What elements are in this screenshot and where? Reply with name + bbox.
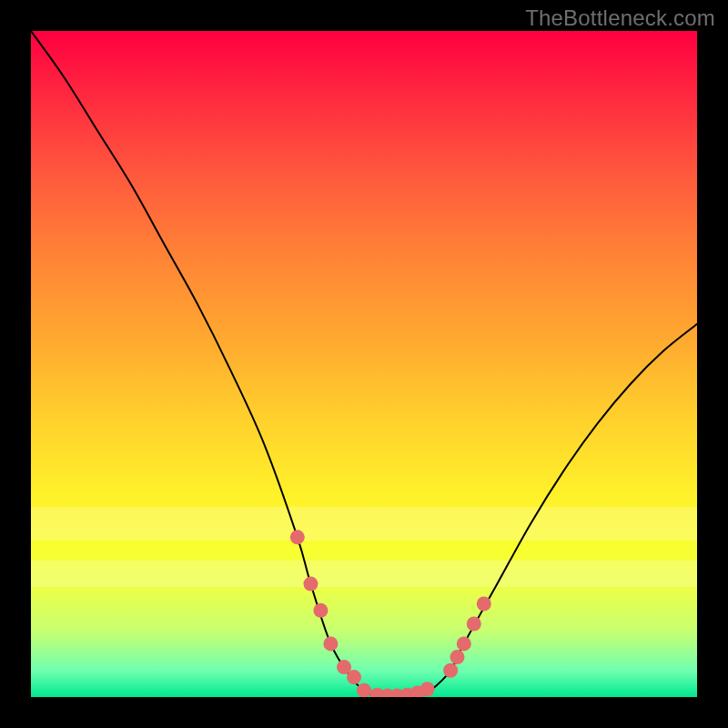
bottleneck-curve (31, 31, 697, 697)
curve-marker (443, 663, 458, 678)
marker-group (290, 530, 491, 697)
curve-marker (477, 597, 491, 612)
plot-area (31, 31, 697, 697)
curve-marker (323, 636, 338, 651)
curve-marker (357, 683, 371, 697)
chart-frame: TheBottleneck.com (0, 0, 728, 728)
curve-marker (303, 577, 318, 592)
curve-marker (347, 670, 361, 684)
curve-layer (31, 31, 697, 697)
curve-marker (313, 603, 328, 618)
curve-marker (450, 650, 464, 664)
curve-marker (420, 682, 435, 696)
curve-marker (467, 616, 481, 631)
curve-marker (457, 636, 471, 651)
watermark-label: TheBottleneck.com (525, 5, 715, 31)
curve-marker (290, 530, 305, 544)
